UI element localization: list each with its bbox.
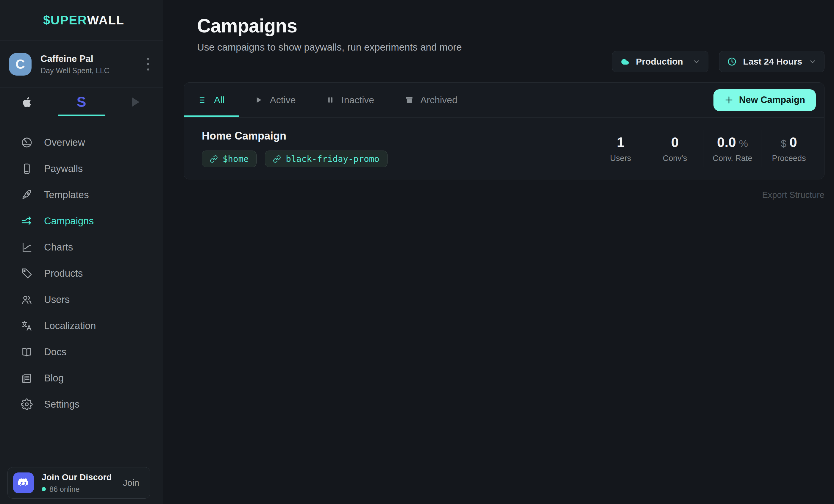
chevron-down-icon [809,58,816,66]
filter-bar: Production Last 24 Hours [612,51,825,72]
users-icon [21,294,33,305]
tab-inactive[interactable]: Inactive [311,83,389,117]
translate-icon [21,320,33,332]
sidebar-item-products[interactable]: Products [0,260,163,287]
tab-active[interactable]: Active [239,83,311,117]
sidebar-item-localization[interactable]: Localization [0,313,163,339]
campaigns-split-arrow-icon [21,215,33,227]
apple-icon [21,95,34,109]
platform-active-underline [58,115,105,116]
discord-logo-icon [13,473,34,493]
discord-join-button[interactable]: Join [123,478,139,488]
overview-icon [21,137,33,148]
sidebar-item-charts[interactable]: Charts [0,234,163,260]
discord-banner[interactable]: Join Our Discord 86 online Join [7,467,150,499]
campaign-tabs: All Active Inactive Archived [184,83,824,117]
workspace-menu-kebab-icon[interactable] [144,55,152,73]
sidebar-item-campaigns[interactable]: Campaigns [0,208,163,234]
newspaper-icon [21,372,33,384]
sidebar-item-overview[interactable]: Overview [0,130,163,156]
sidebar-item-docs[interactable]: Docs [0,339,163,365]
placement-chip[interactable]: $home [202,151,257,167]
new-campaign-button[interactable]: New Campaign [714,89,816,111]
sidebar-item-users[interactable]: Users [0,287,163,313]
tab-archived[interactable]: Archived [389,83,473,117]
tag-icon [21,268,33,279]
rocket-icon [21,189,33,201]
google-play-icon [130,96,142,108]
platform-tab-google-play[interactable] [109,88,163,116]
platform-tab-apple[interactable] [0,88,54,116]
campaigns-card: All Active Inactive Archived [184,83,825,179]
stat-conversions: 0 Conv's [646,130,704,167]
tab-all[interactable]: All [184,83,239,117]
platform-switcher: S [0,88,163,116]
environment-value: Production [636,56,683,67]
placement-chip[interactable]: black-friday-promo [265,151,387,167]
sidebar-nav: Overview Paywalls Templates Campaigns [0,116,163,417]
chevron-down-icon [693,58,700,66]
environment-dropdown[interactable]: Production [612,51,708,72]
stat-conversion-rate: 0.0% Conv. Rate [704,130,761,167]
discord-online-count: 86 online [49,485,80,494]
campaign-name: Home Campaign [202,130,388,142]
page-subtitle: Use campaigns to show paywalls, run expe… [197,42,462,53]
plus-icon [724,95,734,105]
superwall-s-icon: S [76,94,86,110]
archive-icon [405,95,414,105]
placement-chips: $home black-friday-promo [202,151,388,167]
logo-accent-text: $UPER [43,13,87,27]
discord-title: Join Our Discord [42,473,112,482]
workspace-name: Caffeine Pal [41,53,110,64]
clock-icon [727,57,737,66]
workspace-selector[interactable]: C Caffeine Pal Day Well Spent, LLC [0,41,163,88]
link-icon [273,155,281,163]
campaign-row[interactable]: Home Campaign $home bl [184,117,824,179]
platform-tab-superwall[interactable]: S [54,88,108,116]
workspace-avatar: C [9,53,31,75]
list-icon [199,95,207,105]
gear-icon [21,398,33,410]
phone-icon [21,163,33,175]
sidebar-item-settings[interactable]: Settings [0,391,163,417]
export-structure-link[interactable]: Export Structure [762,190,825,200]
sidebar-item-paywalls[interactable]: Paywalls [0,156,163,182]
time-range-value: Last 24 Hours [743,56,802,67]
time-range-dropdown[interactable]: Last 24 Hours [719,51,825,72]
stat-users: 1 Users [595,130,646,167]
pause-icon [326,95,335,105]
workspace-org: Day Well Spent, LLC [41,66,110,75]
stat-proceeds: $0 Proceeds [761,130,816,167]
play-icon [254,95,263,105]
book-icon [21,346,33,358]
online-status-dot [42,487,46,491]
sidebar-item-templates[interactable]: Templates [0,182,163,208]
link-icon [210,155,218,163]
superwall-logo: $UPERWALL [0,0,163,41]
page-title: Campaigns [197,15,297,37]
sidebar: $UPERWALL C Caffeine Pal Day Well Spent,… [0,0,163,504]
chart-line-icon [21,241,33,253]
campaign-stats: 1 Users 0 Conv's 0.0% Conv. Rate $0 Proc… [595,130,816,167]
cloud-icon [620,57,630,66]
main-content: Campaigns Use campaigns to show paywalls… [163,0,834,504]
logo-rest-text: WALL [87,13,125,27]
sidebar-item-blog[interactable]: Blog [0,365,163,391]
